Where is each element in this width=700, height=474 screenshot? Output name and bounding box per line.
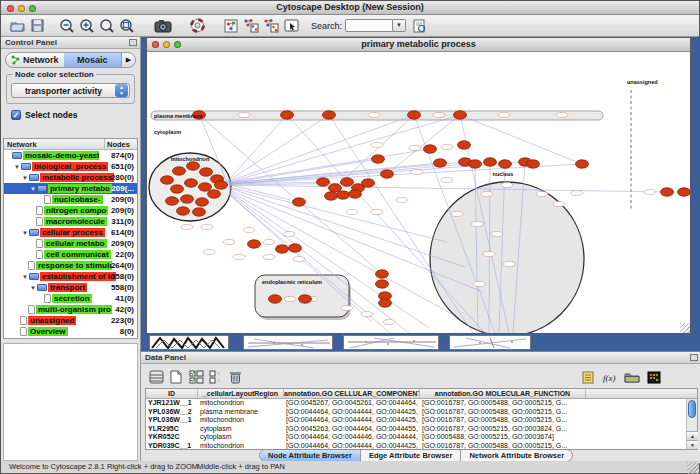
network-node[interactable] <box>325 192 338 200</box>
network-node[interactable] <box>193 208 206 216</box>
network-node[interactable] <box>381 170 394 178</box>
expand-arrow-icon[interactable]: ▼ <box>30 285 36 291</box>
tree-row[interactable]: cellular metabo209(0) <box>4 238 137 249</box>
network-node[interactable] <box>454 111 467 119</box>
tree-row[interactable]: cell communicat22(0) <box>4 249 137 260</box>
window-resize-grip[interactable] <box>680 323 690 333</box>
tree-row[interactable]: mosaic-demo-yeast874(0) <box>4 150 137 161</box>
network-node[interactable] <box>161 176 174 184</box>
tree-row[interactable]: secretion41(0) <box>4 293 137 304</box>
network-node[interactable] <box>434 159 447 167</box>
network-node[interactable] <box>317 178 330 186</box>
tree-row[interactable]: ▼metabolic process280(0) <box>4 172 137 183</box>
network-node[interactable] <box>166 197 179 205</box>
network-node[interactable] <box>408 111 421 119</box>
network-node[interactable] <box>323 111 336 119</box>
column-header[interactable]: annotation.GO MOLECULAR_FUNCTION <box>420 389 586 398</box>
network-node[interactable] <box>173 167 186 175</box>
column-header[interactable]: _cellularLayoutRegion <box>198 389 284 398</box>
tree-row[interactable]: Overview8(0) <box>4 326 137 337</box>
tree-row[interactable]: multi-organism pro42(0) <box>4 304 137 315</box>
expand-arrow-icon[interactable]: ▼ <box>22 230 28 236</box>
network-node[interactable] <box>349 190 362 198</box>
search-input[interactable] <box>345 19 393 32</box>
network-node[interactable] <box>289 244 302 252</box>
column-header[interactable]: ID <box>146 389 198 398</box>
window-titlebar[interactable]: Cytoscape Desktop (New Session) <box>1 1 699 15</box>
network-node[interactable] <box>372 155 385 163</box>
table-row[interactable]: YPL036W__2plasma membrane[GO:0044464, GO… <box>146 408 697 417</box>
unselect-attributes-button[interactable] <box>206 368 224 386</box>
network-node[interactable] <box>424 145 437 153</box>
expand-arrow-icon[interactable]: ▼ <box>14 164 20 170</box>
network-node[interactable] <box>185 179 198 187</box>
network-node[interactable] <box>276 245 289 253</box>
open-session-button[interactable] <box>8 17 26 35</box>
tree-row[interactable]: ▼cellular process614(0) <box>4 227 137 238</box>
scroll-down-button[interactable]: ▼ <box>687 440 698 449</box>
zoom-selected-button[interactable] <box>98 17 116 35</box>
tree-col-nodes[interactable]: Nodes <box>105 139 137 149</box>
app-resize-grip[interactable] <box>687 462 699 474</box>
tree-row[interactable]: ▼biological_process651(0) <box>4 161 137 172</box>
background-window-peek[interactable] <box>449 335 531 350</box>
network-node[interactable] <box>661 188 674 196</box>
network-node[interactable] <box>199 183 212 191</box>
table-row[interactable]: YJR121W__1mitochondrion[GO:0045267, GO:0… <box>146 399 697 408</box>
network-node[interactable] <box>458 141 471 149</box>
search-dropdown-arrow[interactable]: ▼ <box>393 19 406 32</box>
network-node[interactable] <box>171 185 184 193</box>
network-node[interactable] <box>469 160 482 168</box>
network-overview-button[interactable] <box>222 17 240 35</box>
network-graph[interactable]: plasma membranecytoplasmmitochondrionnuc… <box>147 52 690 333</box>
tab-node-attribute-browser[interactable]: Node Attribute Browser <box>260 450 361 461</box>
delete-attribute-button[interactable] <box>226 368 244 386</box>
network-node[interactable] <box>215 181 228 189</box>
network-node[interactable] <box>379 299 392 307</box>
background-window-peek[interactable] <box>243 335 333 350</box>
network-node[interactable] <box>293 198 306 206</box>
matrix-view-button[interactable] <box>645 368 663 386</box>
float-panel-icon[interactable] <box>129 39 137 46</box>
select-all-attributes-button[interactable] <box>147 368 165 386</box>
tab-network[interactable]: Network <box>6 53 64 67</box>
network-node[interactable] <box>337 191 350 199</box>
network-node[interactable] <box>248 240 261 248</box>
table-row[interactable]: YLR295Ccytoplasm[GO:0045263, GO:0044464,… <box>146 425 697 434</box>
network-node[interactable] <box>196 198 209 206</box>
tree-row[interactable]: macromolecule311(0) <box>4 216 137 227</box>
column-header[interactable]: annotation.GO CELLULAR_COMPONENT <box>284 389 420 398</box>
zoom-out-button[interactable] <box>58 17 76 35</box>
help-button[interactable] <box>188 17 206 35</box>
background-window-peek[interactable] <box>149 335 229 350</box>
network-node[interactable] <box>299 295 312 303</box>
network-node[interactable] <box>200 168 213 176</box>
formula-builder-button[interactable]: f(x) <box>601 368 619 386</box>
tree-row[interactable]: ▼transport558(0) <box>4 282 137 293</box>
node-color-dropdown[interactable]: transporter activity ▲▼ <box>11 83 130 98</box>
network-node[interactable] <box>269 295 282 303</box>
network-node[interactable] <box>576 160 589 168</box>
tree-row[interactable]: nitrogen compo209(0) <box>4 205 137 216</box>
tab-network-attribute-browser[interactable]: Network Attribute Browser <box>461 450 572 461</box>
network-node[interactable] <box>362 179 375 187</box>
tree-col-network[interactable]: Network <box>4 139 105 149</box>
tree-row[interactable]: response to stimulu264(0) <box>4 260 137 271</box>
new-attribute-button[interactable] <box>167 368 185 386</box>
network-node[interactable] <box>376 280 389 288</box>
tab-edge-attribute-browser[interactable]: Edge Attribute Browser <box>361 450 461 461</box>
network-node[interactable] <box>527 160 540 168</box>
network-node[interactable] <box>208 190 221 198</box>
network-window-titlebar[interactable]: primary metabolic process <box>147 38 690 52</box>
attribute-table-header[interactable]: ID_cellularLayoutRegionannotation.GO CEL… <box>146 389 697 399</box>
attribute-editor-button[interactable] <box>579 368 597 386</box>
tree-row[interactable]: nucleobase-209(0) <box>4 194 137 205</box>
table-scrollbar[interactable]: ▲ ▼ <box>686 399 697 449</box>
scrollbar-thumb[interactable] <box>688 400 696 418</box>
tab-overflow-arrow[interactable]: ▶ <box>121 53 135 67</box>
tree-header[interactable]: Network Nodes <box>4 139 137 150</box>
network-node[interactable] <box>341 178 354 186</box>
copy-view-blue-button[interactable] <box>242 17 260 35</box>
network-node[interactable] <box>281 111 294 119</box>
expand-arrow-icon[interactable]: ▼ <box>30 186 36 192</box>
